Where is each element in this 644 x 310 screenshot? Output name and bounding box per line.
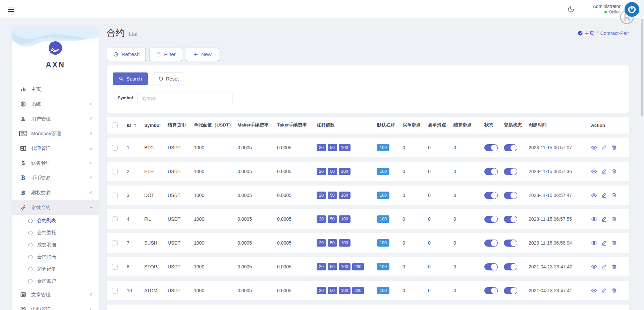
sidebar-item-moonpay[interactable]: CCMoonpay管理	[12, 126, 99, 141]
delete-button[interactable]	[611, 145, 617, 151]
status-toggle[interactable]	[484, 240, 498, 247]
status-toggle[interactable]	[484, 144, 498, 151]
breadcrumb-home-link[interactable]: 主页	[578, 30, 594, 37]
view-button[interactable]	[591, 216, 597, 222]
edit-button[interactable]	[601, 168, 607, 174]
status-toggle[interactable]	[484, 216, 498, 223]
user-block[interactable]: Administrator Online	[593, 4, 621, 15]
sidebar-item-system[interactable]: 系统	[12, 97, 99, 111]
sidebar-subitem-contract-list[interactable]: 合约列表	[12, 215, 99, 227]
sidebar-subitem-liquidation-records[interactable]: 穿仓记录	[12, 263, 99, 275]
sidebar-subitem-contract-accounts[interactable]: 合约账户	[12, 275, 99, 287]
cell-id: 4	[127, 216, 144, 222]
dark-mode-toggle[interactable]	[566, 4, 577, 15]
row-checkbox[interactable]	[112, 169, 118, 174]
trade-status-toggle[interactable]	[504, 144, 517, 151]
symbol-input[interactable]	[138, 93, 232, 103]
row-checkbox[interactable]	[112, 240, 118, 246]
row-checkbox[interactable]	[112, 216, 118, 222]
edit-button[interactable]	[601, 288, 607, 294]
trade-status-toggle[interactable]	[504, 240, 517, 247]
sidebar-item-options[interactable]: ฿期权交易	[12, 185, 99, 200]
sidebar-item-subscribe[interactable]: 申购管理	[12, 302, 99, 310]
edit-button[interactable]	[601, 264, 607, 270]
view-button[interactable]	[591, 192, 597, 198]
delete-button[interactable]	[611, 240, 617, 246]
column-header-select[interactable]	[112, 122, 127, 128]
trade-status-toggle[interactable]	[504, 192, 517, 199]
cell-maker-fee: 0.0005	[237, 288, 277, 293]
delete-button[interactable]	[611, 168, 617, 174]
reset-button[interactable]: Reset	[153, 72, 184, 85]
cell-sell-slippage: 0	[428, 240, 453, 246]
cell-face-value: 1000	[194, 169, 237, 174]
row-checkbox[interactable]	[112, 264, 118, 270]
online-status-dot	[604, 11, 607, 13]
status-toggle[interactable]	[484, 168, 498, 175]
row-checkbox[interactable]	[112, 145, 118, 151]
gear-icon	[19, 101, 27, 107]
cell-sell-slippage: 0	[428, 145, 453, 150]
refresh-button[interactable]: Refresh	[107, 48, 146, 61]
cell-symbol: FIL	[144, 216, 168, 222]
cell-settle-slippage: 0	[453, 145, 484, 150]
sidebar-subitem-trade-details[interactable]: 成交明细	[12, 239, 99, 251]
trade-status-toggle[interactable]	[504, 287, 517, 294]
view-button[interactable]	[591, 168, 597, 174]
trade-status-toggle[interactable]	[504, 263, 517, 270]
sidebar-item-home[interactable]: 主页	[12, 82, 99, 97]
trade-status-toggle[interactable]	[504, 216, 517, 223]
cell-taker-fee: 0.0005	[277, 264, 317, 269]
view-button[interactable]	[591, 264, 597, 270]
hamburger-menu-icon[interactable]	[8, 5, 17, 14]
sidebar-item-label: 期权交易	[31, 190, 89, 196]
edit-button[interactable]	[601, 192, 607, 198]
edit-button[interactable]	[601, 216, 607, 222]
sidebar-subitem-label: 成交明细	[37, 242, 56, 248]
status-toggle[interactable]	[484, 287, 498, 294]
sidebar-subitem-contract-orders[interactable]: 合约委托	[12, 227, 99, 239]
edit-button[interactable]	[601, 145, 607, 151]
cell-face-value: 1000	[194, 240, 237, 246]
breadcrumb-current[interactable]: Contract-Pair	[600, 31, 629, 36]
sidebar-logo-area: AXN	[12, 27, 99, 77]
sidebar-item-users[interactable]: 用户管理	[12, 111, 99, 126]
row-checkbox[interactable]	[112, 288, 118, 294]
delete-button[interactable]	[611, 288, 617, 294]
row-checkbox[interactable]	[112, 193, 118, 198]
sort-ascending-icon[interactable]: ↑	[133, 123, 137, 128]
edit-button[interactable]	[601, 240, 607, 246]
dollar-icon: $	[19, 160, 27, 166]
cell-face-value: 1000	[194, 264, 237, 269]
view-button[interactable]	[591, 288, 597, 294]
cell-default-leverage: 100	[377, 192, 402, 199]
search-button[interactable]: Search	[113, 72, 148, 85]
sidebar-item-articles[interactable]: 文章管理	[12, 287, 99, 302]
column-header-卖单滑点: 卖单滑点	[428, 122, 453, 128]
scrollbar-thumb[interactable]	[641, 19, 643, 116]
cell-buy-slippage: 0	[402, 169, 428, 174]
trade-status-toggle[interactable]	[504, 168, 517, 175]
filter-button[interactable]: Filter	[150, 48, 182, 61]
vertical-scrollbar[interactable]	[640, 0, 644, 310]
sidebar-item-finance[interactable]: $财务管理	[12, 156, 99, 170]
delete-button[interactable]	[611, 216, 617, 222]
delete-button[interactable]	[611, 264, 617, 270]
sidebar-item-spot[interactable]: B币币交易	[12, 170, 99, 185]
delete-button[interactable]	[611, 192, 617, 198]
sidebar-subitem-contract-positions[interactable]: 合约持仓	[12, 251, 99, 263]
cell-maker-fee: 0.0005	[237, 145, 277, 150]
sidebar-item-agents[interactable]: 代理管理	[12, 141, 99, 156]
chevron-left-icon	[89, 116, 93, 121]
leverage-badge: 100	[339, 263, 351, 270]
select-all-checkbox[interactable]	[112, 122, 118, 128]
sidebar-item-perpetual[interactable]: 永续合约	[12, 200, 99, 215]
view-button[interactable]	[591, 145, 597, 151]
status-toggle[interactable]	[484, 192, 498, 199]
status-toggle[interactable]	[484, 263, 498, 270]
view-button[interactable]	[591, 240, 597, 246]
avatar[interactable]	[625, 2, 639, 17]
sidebar-subitem-label: 合约列表	[37, 218, 56, 224]
cell-trade-status	[504, 216, 529, 223]
new-button[interactable]: New	[186, 48, 219, 61]
